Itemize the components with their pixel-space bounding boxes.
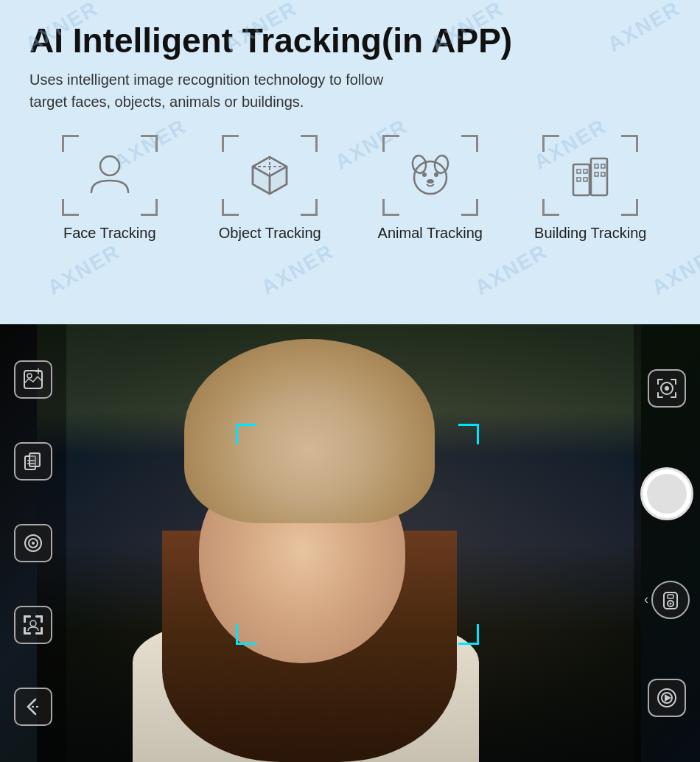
back-icon-btn[interactable] [14,688,52,726]
svg-rect-49 [668,595,673,598]
tracking-corner-tr [458,424,479,444]
left-sidebar [0,324,66,762]
animal-tracking-label: Animal Tracking [378,225,483,242]
gallery-icon [22,368,44,391]
camera-mode-icon [22,532,44,554]
svg-point-42 [30,621,36,626]
flip-control[interactable]: ‹ [644,581,690,619]
camera-mode-icon-btn[interactable] [14,524,52,562]
woman-portrait [37,324,641,762]
object-tracking-label: Object Tracking [219,225,321,242]
face-detect-icon-btn[interactable] [14,606,52,644]
tracking-icons-row: Face Tracking Object Tracking [29,135,671,242]
arrow-left-icon: ‹ [644,592,648,607]
stabilizer-icon [22,450,44,472]
svg-point-24 [27,374,32,378]
face-icon-box [62,135,158,216]
gallery-icon-btn[interactable] [14,360,52,399]
tracking-mode-btn[interactable] [648,369,686,408]
flip-icon [659,589,682,611]
svg-rect-23 [24,371,42,388]
face-tracking-box [236,424,479,645]
tracking-mode-icon [655,377,679,400]
building-tracking-label: Building Tracking [534,225,646,242]
tracking-item-building: Building Tracking [511,135,671,242]
svg-rect-28 [29,453,40,466]
tracking-corner-tl [236,424,256,444]
svg-rect-39 [24,627,26,635]
back-icon [22,696,44,718]
svg-point-45 [665,386,669,391]
face-detect-icon [22,614,44,636]
tracking-corner-br [458,624,479,645]
svg-rect-37 [41,615,43,623]
flip-icon-btn[interactable] [651,581,690,619]
stabilizer-icon-btn[interactable] [14,442,52,480]
video-icon-btn[interactable] [648,679,686,717]
tracking-item-face: Face Tracking [29,135,190,242]
video-icon [655,686,679,710]
tracking-corner-bl [236,624,256,645]
page-subtitle: Uses intelligent image recognition techn… [29,69,486,113]
building-icon-box [542,135,638,216]
face-tracking-label: Face Tracking [63,225,156,242]
svg-rect-35 [24,615,26,623]
tracking-item-object: Object Tracking [190,135,351,242]
object-icon-box [222,135,318,216]
top-section: AXNER AXNER AXNER AXNER AXNER AXNER AXNE… [0,0,700,324]
shutter-inner [647,474,687,514]
page-title: AI Intelligent Tracking(in APP) [29,22,671,60]
shutter-button[interactable] [640,467,693,520]
camera-app: ‹ [0,324,700,762]
tracking-item-animal: Animal Tracking [350,135,511,242]
animal-icon-box [382,135,478,216]
svg-rect-41 [41,627,43,635]
svg-point-33 [32,542,35,545]
svg-point-48 [670,602,672,604]
right-sidebar: ‹ [634,324,700,762]
